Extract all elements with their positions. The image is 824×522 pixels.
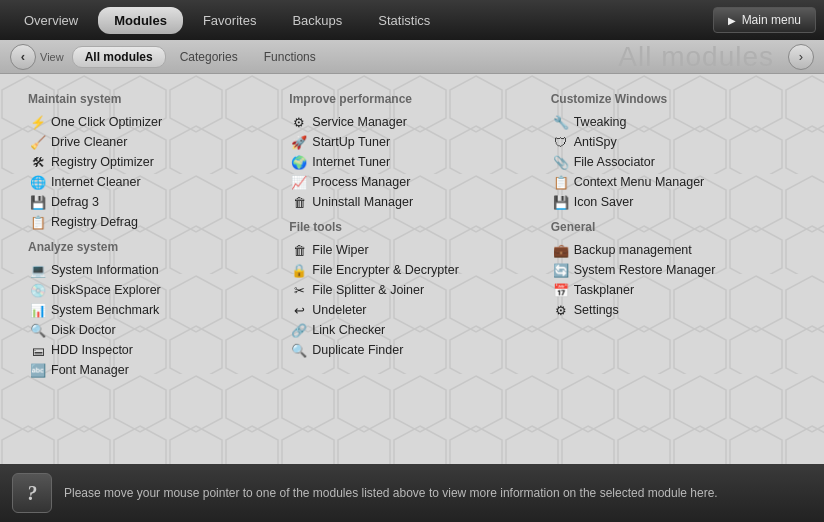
module-label: Internet Cleaner (51, 175, 141, 189)
module-defrag3[interactable]: 💾 Defrag 3 (28, 192, 273, 212)
module-label: Registry Optimizer (51, 155, 154, 169)
view-label: View (40, 51, 64, 63)
module-file-splitter[interactable]: ✂ File Splitter & Joiner (289, 280, 534, 300)
font-manager-icon: 🔤 (30, 362, 46, 378)
module-file-associator[interactable]: 📎 File Associator (551, 152, 796, 172)
file-encrypter-icon: 🔒 (291, 262, 307, 278)
section-title-improve: Improve performance (289, 92, 534, 106)
module-uninstall-manager[interactable]: 🗑 Uninstall Manager (289, 192, 534, 212)
file-associator-icon: 📎 (553, 154, 569, 170)
module-label: Settings (574, 303, 619, 317)
tab-overview[interactable]: Overview (8, 7, 94, 34)
uninstall-manager-icon: 🗑 (291, 194, 307, 210)
module-drive-cleaner[interactable]: 🧹 Drive Cleaner (28, 132, 273, 152)
module-system-information[interactable]: 💻 System Information (28, 260, 273, 280)
registry-defrag-icon: 📋 (30, 214, 46, 230)
module-label: DiskSpace Explorer (51, 283, 161, 297)
bottom-bar: ? Please move your mouse pointer to one … (0, 464, 824, 522)
module-label: File Encrypter & Decrypter (312, 263, 459, 277)
module-label: File Splitter & Joiner (312, 283, 424, 297)
module-label: Duplicate Finder (312, 343, 403, 357)
tab-backups[interactable]: Backups (276, 7, 358, 34)
top-nav-bar: Overview Modules Favorites Backups Stati… (0, 0, 824, 40)
module-label: AntiSpy (574, 135, 617, 149)
column-maintain: Maintain system ⚡ One Click Optimizer 🧹 … (20, 84, 281, 380)
module-label: Link Checker (312, 323, 385, 337)
main-menu-button[interactable]: Main menu (713, 7, 816, 33)
module-label: Backup management (574, 243, 692, 257)
module-antispy[interactable]: 🛡 AntiSpy (551, 132, 796, 152)
module-taskplaner[interactable]: 📅 Taskplaner (551, 280, 796, 300)
module-system-benchmark[interactable]: 📊 System Benchmark (28, 300, 273, 320)
module-hdd-inspector[interactable]: 🖴 HDD Inspector (28, 340, 273, 360)
forward-button[interactable]: › (788, 44, 814, 70)
process-manager-icon: 📈 (291, 174, 307, 190)
system-restore-manager-icon: 🔄 (553, 262, 569, 278)
startup-tuner-icon: 🚀 (291, 134, 307, 150)
pill-all-modules[interactable]: All modules (72, 46, 166, 68)
internet-tuner-icon: 🌍 (291, 154, 307, 170)
module-link-checker[interactable]: 🔗 Link Checker (289, 320, 534, 340)
antispy-icon: 🛡 (553, 134, 569, 150)
module-label: Disk Doctor (51, 323, 116, 337)
module-one-click-optimizer[interactable]: ⚡ One Click Optimizer (28, 112, 273, 132)
module-context-menu-manager[interactable]: 📋 Context Menu Manager (551, 172, 796, 192)
module-backup-management[interactable]: 💼 Backup management (551, 240, 796, 260)
pill-categories[interactable]: Categories (168, 47, 250, 67)
module-label: File Associator (574, 155, 655, 169)
pill-functions[interactable]: Functions (252, 47, 328, 67)
module-settings[interactable]: ⚙ Settings (551, 300, 796, 320)
module-system-restore-manager[interactable]: 🔄 System Restore Manager (551, 260, 796, 280)
help-button[interactable]: ? (12, 473, 52, 513)
module-startup-tuner[interactable]: 🚀 StartUp Tuner (289, 132, 534, 152)
module-label: Internet Tuner (312, 155, 390, 169)
section-title-maintain: Maintain system (28, 92, 273, 106)
tweaking-icon: 🔧 (553, 114, 569, 130)
section-title-general: General (551, 220, 796, 234)
module-tweaking[interactable]: 🔧 Tweaking (551, 112, 796, 132)
duplicate-finder-icon: 🔍 (291, 342, 307, 358)
module-internet-cleaner[interactable]: 🌐 Internet Cleaner (28, 172, 273, 192)
module-registry-optimizer[interactable]: 🛠 Registry Optimizer (28, 152, 273, 172)
module-service-manager[interactable]: ⚙ Service Manager (289, 112, 534, 132)
context-menu-manager-icon: 📋 (553, 174, 569, 190)
defrag3-icon: 💾 (30, 194, 46, 210)
module-file-wiper[interactable]: 🗑 File Wiper (289, 240, 534, 260)
module-label: One Click Optimizer (51, 115, 162, 129)
section-title-customize: Customize Windows (551, 92, 796, 106)
module-label: System Benchmark (51, 303, 159, 317)
module-diskspace-explorer[interactable]: 💿 DiskSpace Explorer (28, 280, 273, 300)
module-undeleter[interactable]: ↩ Undeleter (289, 300, 534, 320)
system-benchmark-icon: 📊 (30, 302, 46, 318)
back-button[interactable]: ‹ (10, 44, 36, 70)
module-process-manager[interactable]: 📈 Process Manager (289, 172, 534, 192)
section-title-filetools: File tools (289, 220, 534, 234)
tab-favorites[interactable]: Favorites (187, 7, 272, 34)
module-label: System Restore Manager (574, 263, 716, 277)
taskplaner-icon: 📅 (553, 282, 569, 298)
module-label: Drive Cleaner (51, 135, 127, 149)
status-text: Please move your mouse pointer to one of… (64, 486, 812, 500)
module-disk-doctor[interactable]: 🔍 Disk Doctor (28, 320, 273, 340)
column-customize: Customize Windows 🔧 Tweaking 🛡 AntiSpy 📎… (543, 84, 804, 380)
registry-optimizer-icon: 🛠 (30, 154, 46, 170)
drive-cleaner-icon: 🧹 (30, 134, 46, 150)
settings-icon: ⚙ (553, 302, 569, 318)
module-label: HDD Inspector (51, 343, 133, 357)
module-duplicate-finder[interactable]: 🔍 Duplicate Finder (289, 340, 534, 360)
module-font-manager[interactable]: 🔤 Font Manager (28, 360, 273, 380)
tab-modules[interactable]: Modules (98, 7, 183, 34)
sub-nav-bar: ‹ View All modules Categories Functions … (0, 40, 824, 74)
tab-statistics[interactable]: Statistics (362, 7, 446, 34)
module-label: Defrag 3 (51, 195, 99, 209)
module-registry-defrag[interactable]: 📋 Registry Defrag (28, 212, 273, 232)
module-icon-saver[interactable]: 💾 Icon Saver (551, 192, 796, 212)
undeleter-icon: ↩ (291, 302, 307, 318)
view-pills: All modules Categories Functions (72, 46, 328, 68)
module-label: System Information (51, 263, 159, 277)
disk-doctor-icon: 🔍 (30, 322, 46, 338)
module-file-encrypter[interactable]: 🔒 File Encrypter & Decrypter (289, 260, 534, 280)
module-label: Tweaking (574, 115, 627, 129)
module-internet-tuner[interactable]: 🌍 Internet Tuner (289, 152, 534, 172)
module-label: Icon Saver (574, 195, 634, 209)
